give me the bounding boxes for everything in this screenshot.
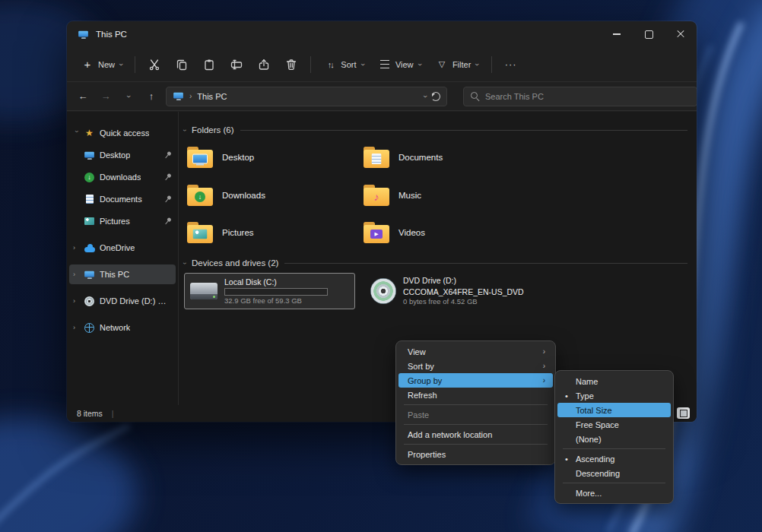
submenu-item-more[interactable]: More... bbox=[557, 486, 671, 500]
plus-icon bbox=[81, 59, 94, 71]
share-button[interactable] bbox=[251, 53, 277, 76]
folder-tile-music[interactable]: Music bbox=[359, 180, 520, 211]
sidebar-item-this-pc[interactable]: This PC bbox=[69, 264, 176, 284]
search-box[interactable] bbox=[463, 87, 697, 106]
chevron-right-icon[interactable] bbox=[73, 245, 79, 252]
menu-separator bbox=[563, 448, 665, 449]
back-button[interactable] bbox=[75, 87, 91, 106]
sidebar-item-onedrive[interactable]: OneDrive bbox=[69, 238, 176, 258]
folder-tile-videos[interactable]: Videos bbox=[359, 217, 520, 248]
view-button[interactable]: View bbox=[372, 53, 427, 76]
group-by-submenu: Name Type Total Size Free Space (None) A… bbox=[554, 370, 674, 504]
folder-tile-downloads[interactable]: Downloads bbox=[183, 180, 344, 211]
folder-tile-desktop[interactable]: Desktop bbox=[183, 142, 344, 173]
items-count: 8 items bbox=[77, 409, 103, 418]
desktop-icon bbox=[84, 150, 94, 159]
close-button[interactable] bbox=[665, 21, 697, 47]
rename-button[interactable] bbox=[224, 53, 249, 76]
downloads-icon bbox=[84, 173, 94, 182]
videos-folder-icon bbox=[364, 222, 389, 243]
paste-button[interactable] bbox=[196, 53, 222, 76]
breadcrumb[interactable]: This PC bbox=[197, 92, 227, 101]
drive-tile-local-disk[interactable]: Local Disk (C:) 32.9 GB free of 59.3 GB bbox=[184, 273, 355, 309]
sort-icon bbox=[324, 59, 336, 71]
submenu-item-none[interactable]: (None) bbox=[557, 432, 671, 446]
submenu-item-free-space[interactable]: Free Space bbox=[557, 417, 671, 432]
sort-button-label: Sort bbox=[341, 60, 356, 69]
submenu-arrow-icon bbox=[543, 347, 545, 356]
devices-section-header[interactable]: Devices and drives (2) bbox=[183, 255, 687, 271]
more-options-button[interactable] bbox=[498, 53, 524, 76]
sidebar-item-dvd-drive[interactable]: DVD Drive (D:) CCC bbox=[69, 291, 176, 311]
context-menu-item-add-network-location[interactable]: Add a network location bbox=[398, 427, 553, 442]
sidebar-item-documents[interactable]: Documents bbox=[80, 189, 176, 209]
sidebar-item-downloads[interactable]: Downloads bbox=[80, 167, 176, 187]
up-button[interactable] bbox=[143, 87, 160, 106]
copy-button[interactable] bbox=[169, 53, 195, 76]
new-button[interactable]: New bbox=[75, 53, 129, 76]
folder-tile-pictures[interactable]: Pictures bbox=[183, 217, 344, 248]
context-menu-item-group-by[interactable]: Group by bbox=[398, 373, 553, 388]
chevron-down-icon[interactable] bbox=[181, 129, 188, 131]
cut-button[interactable] bbox=[141, 53, 167, 76]
submenu-arrow-icon bbox=[543, 362, 545, 370]
file-explorer-window: This PC New bbox=[67, 21, 697, 422]
navigation-bar: This PC bbox=[67, 82, 697, 111]
command-bar: New bbox=[67, 47, 697, 82]
sort-button[interactable]: Sort bbox=[317, 53, 370, 76]
chevron-down-icon[interactable] bbox=[421, 95, 428, 97]
documents-folder-icon bbox=[364, 147, 389, 168]
pin-icon bbox=[162, 215, 173, 226]
maximize-button[interactable] bbox=[633, 21, 665, 47]
folder-label: Pictures bbox=[222, 228, 254, 237]
titlebar[interactable]: This PC bbox=[67, 21, 697, 47]
context-menu-item-refresh[interactable]: Refresh bbox=[398, 388, 553, 402]
chevron-right-icon bbox=[189, 93, 192, 100]
folder-label: Music bbox=[398, 191, 421, 200]
sidebar-item-network[interactable]: Network bbox=[69, 318, 176, 337]
submenu-item-type[interactable]: Type bbox=[557, 388, 671, 403]
context-menu-item-properties[interactable]: Properties bbox=[398, 447, 553, 461]
network-globe-icon bbox=[84, 323, 94, 333]
chevron-down-icon[interactable] bbox=[181, 262, 188, 264]
context-menu-item-view[interactable]: View bbox=[398, 344, 553, 359]
filter-button[interactable]: Filter bbox=[429, 53, 485, 76]
toolbar-separator bbox=[135, 56, 135, 73]
menu-separator bbox=[404, 404, 548, 405]
context-menu-item-paste: Paste bbox=[398, 407, 553, 422]
submenu-item-name[interactable]: Name bbox=[557, 374, 671, 388]
folders-section-header[interactable]: Folders (6) bbox=[183, 122, 687, 138]
sidebar-item-quick-access[interactable]: Quick access bbox=[69, 123, 176, 143]
forward-button[interactable] bbox=[97, 87, 114, 106]
drive-name: Local Disk (C:) bbox=[224, 277, 328, 287]
pin-icon bbox=[162, 149, 173, 160]
chevron-down-icon[interactable] bbox=[73, 130, 80, 136]
sidebar-item-pictures[interactable]: Pictures bbox=[80, 211, 176, 231]
view-toggle-icon[interactable] bbox=[677, 407, 690, 419]
context-menu-item-sort-by[interactable]: Sort by bbox=[398, 359, 553, 373]
chevron-right-icon[interactable] bbox=[73, 271, 79, 278]
new-button-label: New bbox=[98, 60, 115, 69]
recent-locations-button[interactable] bbox=[120, 87, 137, 106]
drive-tile-dvd[interactable]: DVD Drive (D:) CCCOMA_X64FRE_EN-US_DVD 0… bbox=[365, 273, 536, 309]
chevron-right-icon[interactable] bbox=[73, 298, 79, 305]
view-icon bbox=[380, 60, 389, 68]
filter-icon bbox=[436, 59, 448, 71]
chevron-right-icon[interactable] bbox=[73, 325, 79, 331]
address-bar[interactable]: This PC bbox=[166, 87, 447, 106]
sidebar-item-desktop[interactable]: Desktop bbox=[80, 145, 176, 165]
context-menu: View Sort by Group by Refresh Paste Add … bbox=[395, 340, 556, 465]
music-folder-icon bbox=[364, 185, 389, 206]
submenu-item-ascending[interactable]: Ascending bbox=[557, 451, 671, 466]
refresh-icon[interactable] bbox=[431, 92, 440, 101]
section-divider-line bbox=[240, 130, 687, 131]
drive-free-space: 32.9 GB free of 59.3 GB bbox=[224, 297, 328, 306]
search-input[interactable] bbox=[485, 92, 690, 101]
folder-tile-documents[interactable]: Documents bbox=[359, 142, 520, 173]
submenu-item-total-size[interactable]: Total Size bbox=[557, 403, 671, 417]
toolbar-separator bbox=[310, 56, 311, 73]
delete-button[interactable] bbox=[278, 53, 304, 76]
search-icon bbox=[471, 92, 480, 101]
submenu-item-descending[interactable]: Descending bbox=[557, 466, 671, 480]
minimize-button[interactable] bbox=[601, 21, 633, 47]
